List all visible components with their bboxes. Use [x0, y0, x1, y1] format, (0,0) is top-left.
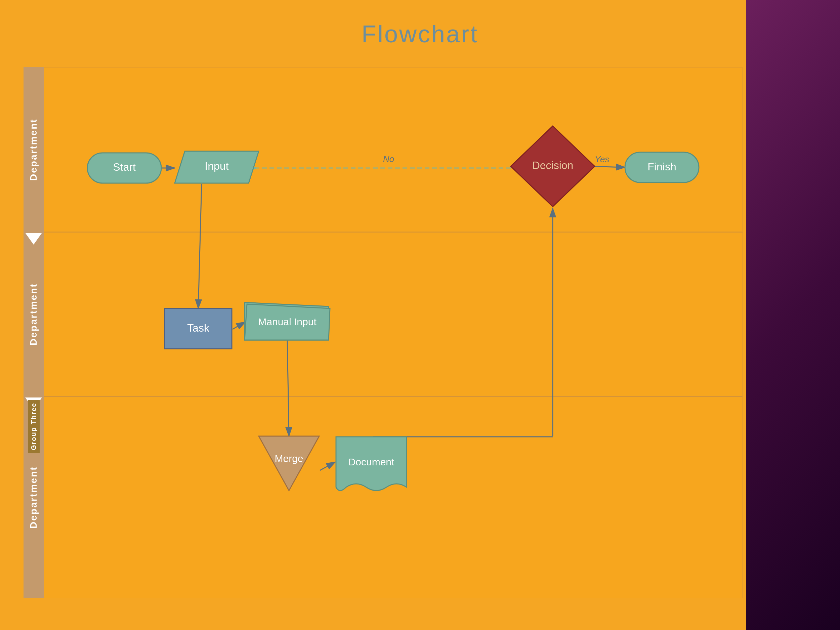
lane1-label: Department	[24, 67, 44, 232]
yes-label: Yes	[595, 154, 609, 164]
arrow-manual-merge	[287, 340, 289, 436]
finish-label: Finish	[647, 161, 676, 173]
merge-label: Merge	[275, 453, 303, 464]
no-label: No	[383, 154, 394, 164]
start-label: Start	[113, 161, 136, 173]
decision-label: Decision	[532, 159, 573, 171]
lane2-label: Department	[24, 232, 44, 396]
right-panel	[746, 0, 840, 630]
flowchart-svg: No Yes Start Input Decision	[44, 67, 742, 598]
input-label: Input	[205, 160, 229, 172]
manual-input-label: Manual Input	[258, 316, 316, 327]
group-three-label: Group Three	[28, 400, 39, 453]
page-title: Flowchart	[362, 20, 478, 48]
group-three-area: Group Three	[24, 396, 44, 598]
arrow-task-manual	[232, 322, 245, 329]
lane-arrow-1	[24, 229, 44, 249]
flowchart-area: Department Department Department Group T…	[24, 67, 742, 598]
document-label: Document	[349, 456, 395, 467]
task-label: Task	[187, 322, 210, 334]
arrow-merge-document	[320, 462, 335, 471]
arrow-input-task	[198, 184, 202, 308]
